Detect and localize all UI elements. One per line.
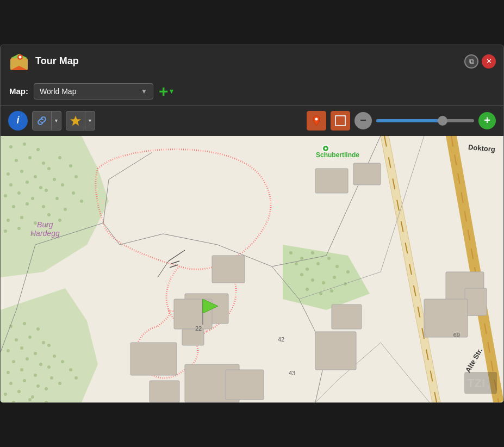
svg-rect-110 bbox=[150, 381, 179, 402]
svg-point-23 bbox=[26, 181, 29, 184]
link-button-group: ▼ bbox=[32, 111, 61, 131]
svg-point-22 bbox=[9, 183, 13, 187]
svg-point-52 bbox=[28, 336, 32, 339]
add-arrow-icon: ▾ bbox=[170, 87, 173, 95]
svg-point-31 bbox=[74, 175, 78, 178]
close-button[interactable]: ✕ bbox=[482, 54, 496, 69]
svg-point-58 bbox=[12, 360, 15, 363]
svg-point-44 bbox=[17, 227, 21, 230]
app-icon bbox=[8, 51, 30, 72]
svg-point-54 bbox=[7, 349, 10, 352]
svg-point-92 bbox=[322, 281, 325, 284]
restore-button[interactable]: ⧉ bbox=[464, 54, 478, 69]
svg-point-27 bbox=[17, 191, 21, 195]
chevron-down-icon: ▼ bbox=[141, 88, 147, 95]
svg-point-67 bbox=[9, 382, 13, 385]
svg-rect-117 bbox=[332, 305, 362, 329]
svg-point-29 bbox=[45, 189, 48, 192]
zoom-plus-button[interactable]: + bbox=[478, 112, 496, 129]
add-map-button[interactable]: + ▾ bbox=[159, 83, 173, 100]
svg-point-90 bbox=[300, 273, 303, 276]
svg-point-75 bbox=[45, 387, 48, 390]
star-button[interactable] bbox=[66, 111, 85, 131]
svg-point-17 bbox=[20, 170, 23, 173]
svg-rect-104 bbox=[315, 169, 348, 193]
svg-point-10 bbox=[9, 145, 13, 148]
toolbar: i ▼ ▼ bbox=[1, 105, 503, 136]
svg-point-93 bbox=[333, 276, 336, 279]
star-dropdown-arrow[interactable]: ▼ bbox=[85, 111, 95, 131]
svg-rect-120 bbox=[182, 329, 204, 345]
plus-icon: + bbox=[484, 114, 490, 127]
svg-point-95 bbox=[306, 288, 309, 291]
svg-point-63 bbox=[20, 368, 23, 371]
expand-button[interactable] bbox=[331, 111, 350, 131]
map-selected-value: World Map bbox=[40, 87, 76, 96]
svg-point-87 bbox=[327, 257, 331, 260]
svg-rect-107 bbox=[465, 288, 487, 315]
link-dropdown-arrow[interactable]: ▼ bbox=[52, 111, 61, 131]
svg-point-16 bbox=[7, 172, 10, 176]
svg-point-81 bbox=[289, 251, 293, 254]
svg-point-89 bbox=[346, 270, 350, 274]
svg-point-91 bbox=[311, 278, 314, 282]
svg-point-4 bbox=[19, 55, 22, 58]
svg-point-24 bbox=[39, 186, 42, 189]
zoom-slider[interactable] bbox=[376, 119, 474, 122]
svg-point-38 bbox=[20, 216, 23, 219]
svg-point-82 bbox=[300, 257, 303, 260]
svg-point-43 bbox=[4, 229, 7, 233]
svg-point-73 bbox=[17, 390, 21, 393]
star-icon bbox=[70, 115, 82, 127]
svg-point-88 bbox=[335, 265, 339, 268]
restore-icon: ⧉ bbox=[469, 57, 474, 66]
titlebar-left: Tour Map bbox=[8, 51, 79, 72]
svg-point-50 bbox=[36, 327, 40, 331]
svg-point-20 bbox=[58, 156, 61, 159]
zoom-slider-container bbox=[376, 119, 474, 122]
svg-point-83 bbox=[311, 251, 314, 254]
svg-point-71 bbox=[69, 368, 72, 371]
svg-point-11 bbox=[23, 142, 26, 146]
svg-point-39 bbox=[34, 221, 37, 225]
svg-point-57 bbox=[47, 344, 51, 347]
map-selector-row: Map: World Map ▼ + ▾ bbox=[1, 78, 503, 105]
svg-rect-112 bbox=[226, 370, 264, 400]
svg-point-25 bbox=[53, 178, 56, 181]
location-pin-button[interactable] bbox=[307, 111, 326, 131]
svg-point-85 bbox=[306, 268, 309, 271]
svg-rect-118 bbox=[424, 299, 468, 337]
svg-point-30 bbox=[61, 183, 64, 187]
window-title: Tour Map bbox=[35, 55, 79, 67]
svg-point-37 bbox=[7, 219, 10, 222]
svg-point-19 bbox=[47, 167, 51, 170]
svg-marker-5 bbox=[71, 116, 81, 126]
minus-icon: − bbox=[360, 114, 366, 127]
link-button[interactable] bbox=[32, 111, 52, 131]
svg-point-13 bbox=[15, 159, 18, 162]
svg-point-96 bbox=[319, 292, 322, 295]
map-area[interactable]: Burg Hardegg Schubertlinde Doktorg Alte … bbox=[1, 136, 503, 402]
svg-rect-115 bbox=[212, 256, 245, 283]
svg-point-32 bbox=[12, 205, 15, 208]
close-icon: ✕ bbox=[486, 57, 492, 65]
svg-point-14 bbox=[28, 156, 32, 159]
svg-point-15 bbox=[42, 162, 45, 165]
svg-point-64 bbox=[34, 374, 37, 377]
location-pin-icon bbox=[310, 115, 322, 127]
link-icon bbox=[36, 115, 47, 126]
svg-point-21 bbox=[69, 164, 72, 167]
svg-rect-8 bbox=[335, 116, 345, 126]
svg-point-46 bbox=[45, 224, 48, 227]
svg-point-84 bbox=[295, 262, 298, 265]
info-button[interactable]: i bbox=[8, 111, 28, 131]
plus-icon: + bbox=[159, 83, 169, 100]
svg-point-42 bbox=[80, 200, 83, 203]
svg-point-97 bbox=[330, 289, 333, 293]
zoom-minus-button[interactable]: − bbox=[354, 112, 372, 129]
titlebar: Tour Map ⧉ ✕ bbox=[1, 45, 503, 78]
map-dropdown[interactable]: World Map ▼ bbox=[34, 83, 153, 100]
svg-point-69 bbox=[36, 384, 40, 388]
map-label: Map: bbox=[9, 86, 28, 96]
svg-rect-119 bbox=[174, 299, 212, 329]
